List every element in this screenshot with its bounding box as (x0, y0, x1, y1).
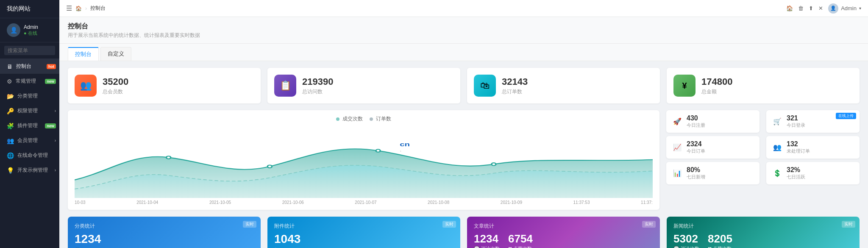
val-num: 8205 (708, 232, 732, 245)
metric-label: 七日新增 (687, 174, 705, 180)
upload-icon[interactable]: ⬆ (809, 5, 813, 11)
chevron-right-icon3: › (55, 168, 56, 173)
data-point (267, 165, 272, 167)
rocket-icon: 🚀 (672, 117, 682, 125)
article-comments: 1234 💬 评论次数 (474, 232, 500, 248)
sidebar-item-permission[interactable]: 🔑 权限管理 › (0, 103, 59, 118)
members-num: 35200 (103, 76, 128, 87)
legend-dot-transactions (336, 117, 339, 121)
online-upload-badge[interactable]: 在线上传 (836, 113, 856, 119)
dashboard-body: 👥 35200 总会员数 📋 219390 总访问数 🛍 (59, 61, 868, 248)
cn-sublabel: · (400, 148, 401, 153)
amount-label: 总金额 (701, 88, 732, 95)
metric-label: 今日登录 (787, 122, 805, 128)
sidebar-search-container[interactable] (0, 42, 59, 59)
metric-label: 今日订单 (687, 148, 705, 154)
stats-row: 👥 35200 总会员数 📋 219390 总访问数 🛍 (68, 68, 860, 103)
bar-chart-icon: 📊 (672, 169, 682, 177)
username: Admin (24, 24, 38, 30)
tab-dashboard[interactable]: 控制台 (68, 47, 99, 61)
metric-num: 80% (687, 166, 705, 174)
tabs-bar: 控制台 自定义 (59, 44, 868, 61)
topbar: ☰ 🏠 › 控制台 🏠 🗑 ⬆ ✕ 👤 Admin ▾ (59, 0, 868, 17)
val-num: 6754 (508, 232, 533, 245)
heart-icon: ❤ (508, 246, 513, 248)
x-label: 2021-10-08 (428, 200, 449, 205)
x-label: 2021-10-09 (501, 200, 522, 205)
article-stats: 1234 💬 评论次数 6754 ❤ 点赞次数 (474, 232, 653, 248)
breadcrumb-label: 控制台 (90, 5, 106, 12)
delete-icon[interactable]: 🗑 (798, 5, 804, 11)
x-label: 11:37: (641, 200, 653, 205)
card-title: 附件统计 (274, 223, 453, 230)
dollar-icon: 💲 (772, 169, 782, 177)
val-label: ❤ 点赞次数 (508, 245, 533, 248)
close-icon[interactable]: ✕ (818, 5, 823, 11)
val-num: 5302 (673, 232, 699, 245)
sidebar-item-label: 开发示例管理 (17, 167, 48, 174)
metric-label: 未处理订单 (787, 148, 810, 154)
heart-icon2: ❤ (708, 246, 713, 248)
amount-icon: ¥ (673, 75, 696, 97)
online-icon: 🌐 (7, 152, 14, 159)
sidebar-item-member[interactable]: 👥 会员管理 › (0, 133, 59, 148)
metric-registration: 🚀 430 今日注册 (666, 110, 760, 133)
chart-legend: 成交次数 订单数 (75, 115, 653, 123)
x-label: 2021-10-05 (209, 200, 231, 205)
stat-card-orders: 🛍 32143 总订单数 (467, 68, 660, 103)
stat-card-visits: 📋 219390 总访问数 (267, 68, 460, 103)
home-icon[interactable]: 🏠 (786, 5, 793, 11)
bottom-card-category: 实时 分类统计 1234 💬 1234 当前分类总记录数 (68, 217, 261, 248)
menu-toggle-icon[interactable]: ☰ (66, 4, 72, 12)
legend-dot-orders (370, 117, 373, 121)
breadcrumb-separator: › (85, 6, 87, 11)
card-main-num: 1234 (75, 232, 254, 246)
visits-num: 219390 (302, 76, 333, 87)
stat-card-amount: ¥ 174800 总金额 (667, 68, 860, 103)
area-chart: cn · (75, 126, 653, 198)
avatar: 👤 (7, 23, 20, 37)
chevron-right-icon2: › (55, 138, 56, 143)
x-label: 11:37:53 (573, 200, 590, 205)
legend-transactions: 成交次数 (336, 115, 363, 123)
breadcrumb-home-icon[interactable]: 🏠 (75, 6, 82, 11)
sidebar-item-common[interactable]: ⚙ 常规管理 new (0, 74, 59, 89)
article-likes: 6754 ❤ 点赞次数 (508, 232, 533, 248)
metric-unprocessed-orders: 👥 132 未处理订单 (766, 136, 860, 159)
x-label: 2021-10-04 (136, 200, 158, 205)
amount-num: 174800 (701, 76, 732, 87)
metric-login-today: 🛒 321 今日登录 在线上传 (766, 110, 860, 133)
search-input[interactable] (4, 46, 55, 55)
admin-avatar: 👤 (828, 3, 838, 14)
card-title: 新闻统计 (673, 223, 853, 230)
sidebar-item-dashboard[interactable]: 🖥 控制台 hot (0, 59, 59, 74)
sidebar-item-devexample[interactable]: 💡 开发示例管理 › (0, 163, 59, 178)
site-name: 我的网站 (7, 5, 31, 12)
user-info-section: 👤 Admin ● 在线 (0, 18, 59, 42)
sidebar-item-plugin[interactable]: 🧩 插件管理 new (0, 118, 59, 133)
content-area: 控制台 用于展示当前系统中的统计数据、统计报表及重要实时数据 控制台 自定义 👥… (59, 17, 868, 248)
sidebar-item-label: 插件管理 (17, 122, 38, 129)
avatar-icon: 👤 (10, 27, 17, 33)
sidebar-item-category[interactable]: 📂 分类管理 (0, 89, 59, 103)
sidebar-item-label: 在线命令管理 (17, 152, 48, 159)
admin-info: 👤 Admin ▾ (828, 3, 861, 14)
plugin-icon: 🧩 (7, 123, 14, 129)
group-icon: 👥 (772, 143, 782, 151)
stat-card-members: 👥 35200 总会员数 (68, 68, 261, 103)
orders-label: 总订单数 (502, 88, 528, 95)
bottom-cards-row: 实时 分类统计 1234 💬 1234 当前分类总记录数 实时 附件统计 104… (68, 217, 860, 248)
chart-up-icon: 📈 (672, 143, 682, 151)
members-label: 总会员数 (103, 88, 128, 95)
tab-custom[interactable]: 自定义 (100, 47, 131, 61)
data-point (492, 163, 496, 165)
admin-label: Admin (841, 5, 857, 11)
sidebar-item-online[interactable]: 🌐 在线命令管理 (0, 148, 59, 163)
members-icon: 👥 (75, 75, 97, 97)
site-logo: 我的网站 (0, 0, 59, 18)
page-title: 控制台 (68, 22, 860, 31)
news-likes: 8205 ❤ 点赞次数 (708, 232, 732, 248)
visits-icon: 📋 (274, 75, 296, 97)
metric-7day-new: 📊 80% 七日新增 (666, 162, 760, 184)
new-badge: new (45, 79, 56, 84)
